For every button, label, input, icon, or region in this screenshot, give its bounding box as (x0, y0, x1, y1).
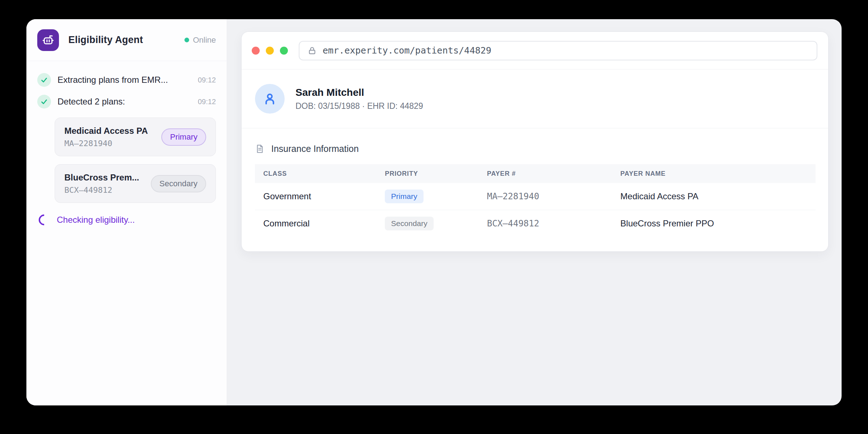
plan-card-medicaid: Medicaid Access PA MA–2281940 Primary (55, 118, 216, 156)
table-row: Commercial Secondary BCX–449812 BlueCros… (255, 210, 816, 237)
cell-payer-name: BlueCross Premier PPO (612, 218, 816, 229)
cell-payer-number: MA–2281940 (478, 191, 612, 201)
plan-name: BlueCross Prem... (64, 173, 139, 183)
agent-panel-header: Eligibility Agent Online (26, 19, 227, 61)
priority-tag-secondary: Secondary (385, 217, 433, 230)
activity-text: Checking eligibility... (57, 215, 135, 225)
lock-icon (307, 46, 317, 55)
eligibility-agent-panel: Eligibility Agent Online Extracting plan… (26, 19, 227, 405)
patient-name: Sarah Mitchell (295, 87, 423, 98)
patient-header: Sarah Mitchell DOB: 03/15/1988 · EHR ID:… (242, 69, 828, 128)
plan-card-info: Medicaid Access PA MA–2281940 (64, 126, 148, 148)
activity-status-row: Checking eligibility... (39, 214, 216, 225)
zoom-window-button[interactable] (280, 47, 288, 55)
plan-member-id: MA–2281940 (64, 139, 148, 148)
message-detected-plans: Detected 2 plans: 09:12 (37, 91, 216, 112)
plan-card-bluecross: BlueCross Prem... BCX–449812 Secondary (55, 164, 216, 203)
browser-window: emr.experity.com/patients/44829 Sarah Mi… (241, 31, 829, 252)
agent-panel-title: Eligibility Agent (68, 34, 143, 46)
check-icon (37, 95, 51, 109)
priority-badge-secondary: Secondary (151, 175, 206, 192)
insurance-section-title: Insurance Information (271, 144, 359, 154)
patient-identity: Sarah Mitchell DOB: 03/15/1988 · EHR ID:… (295, 87, 423, 111)
plan-name: Medicaid Access PA (64, 126, 148, 136)
online-dot-icon (184, 38, 189, 42)
cell-class: Commercial (255, 218, 376, 229)
plan-card-info: BlueCross Prem... BCX–449812 (64, 173, 139, 195)
cell-priority: Secondary (376, 217, 478, 230)
table-row: Government Primary MA–2281940 Medicaid A… (255, 183, 816, 210)
agent-message-log: Extracting plans from EMR... 09:12 Detec… (26, 61, 227, 225)
insurance-table-header: CLASS PRIORITY PAYER # PAYER NAME (255, 164, 816, 183)
patient-meta: DOB: 03/15/1988 · EHR ID: 44829 (295, 101, 423, 111)
robot-icon (37, 29, 59, 51)
insurance-section: Insurance Information CLASS PRIORITY PAY… (242, 128, 828, 237)
main-area: emr.experity.com/patients/44829 Sarah Mi… (227, 19, 842, 405)
spinner-icon (37, 212, 52, 227)
insurance-table: CLASS PRIORITY PAYER # PAYER NAME Govern… (255, 164, 816, 237)
close-window-button[interactable] (252, 47, 260, 55)
traffic-lights (252, 47, 288, 55)
cell-payer-name: Medicaid Access PA (612, 191, 816, 201)
insurance-section-header: Insurance Information (255, 144, 816, 154)
user-icon (262, 91, 278, 107)
cell-payer-number: BCX–449812 (478, 218, 612, 229)
column-header-class: CLASS (255, 170, 376, 178)
column-header-payer-name: PAYER NAME (612, 170, 816, 178)
url-text: emr.experity.com/patients/44829 (323, 45, 492, 56)
message-text: Extracting plans from EMR... (58, 75, 168, 85)
url-bar[interactable]: emr.experity.com/patients/44829 (299, 41, 817, 60)
message-timestamp: 09:12 (198, 76, 216, 84)
minimize-window-button[interactable] (266, 47, 274, 55)
message-timestamp: 09:12 (198, 98, 216, 106)
message-text: Detected 2 plans: (58, 97, 125, 107)
app-window: Eligibility Agent Online Extracting plan… (26, 19, 842, 405)
check-icon (37, 73, 51, 87)
column-header-payer-number: PAYER # (478, 170, 612, 178)
plan-member-id: BCX–449812 (64, 186, 139, 195)
cell-priority: Primary (376, 190, 478, 203)
priority-tag-primary: Primary (385, 190, 423, 203)
cell-class: Government (255, 191, 376, 201)
message-extracting-plans: Extracting plans from EMR... 09:12 (37, 69, 216, 91)
column-header-priority: PRIORITY (376, 170, 478, 178)
document-icon (255, 144, 265, 154)
status-badge: Online (184, 35, 216, 45)
browser-chrome: emr.experity.com/patients/44829 (242, 32, 828, 69)
priority-badge-primary: Primary (161, 128, 206, 146)
online-label: Online (193, 35, 216, 45)
patient-avatar (255, 84, 285, 114)
